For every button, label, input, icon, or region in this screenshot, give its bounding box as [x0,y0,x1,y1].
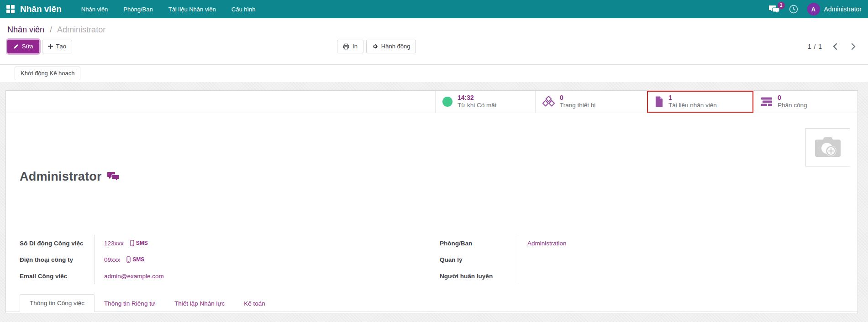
employee-photo-upload[interactable] [805,128,850,166]
messages-count-badge: 1 [778,2,785,9]
field-group-left: Số Di động Công việc 123xxx SMS Điện tho… [20,235,427,284]
field-label-work-mobile: Số Di động Công việc [20,235,95,251]
sms-link[interactable]: SMS [130,240,148,246]
pager-next-button[interactable] [847,41,860,52]
stat-button-equipment[interactable]: 0 Trang thiết bị [535,91,647,113]
field-label-work-phone: Điện thoại công ty [20,251,95,268]
presence-icon [442,97,452,107]
assignments-icon [761,97,773,107]
notebook-tabs: Thông tin Công việc Thông tin Riêng tư T… [6,294,857,312]
user-avatar: A [807,3,820,16]
cubes-icon [542,96,555,107]
breadcrumb-parent-link[interactable]: Nhân viên [7,25,44,34]
plus-icon [48,44,53,49]
field-group-right: Phòng/Ban Administration Quản lý Người h… [440,235,844,284]
print-button[interactable]: In [337,40,363,53]
pager: 1 / 1 [808,41,860,52]
messages-button[interactable]: 1 [769,5,780,14]
field-label-work-email: Email Công việc [20,268,95,284]
clock-icon [789,5,798,14]
mobile-phone-icon [126,256,131,263]
pencil-icon [13,44,19,49]
document-icon [655,96,663,107]
gear-icon [372,43,378,49]
form-sheet: 14:32 Từ khi Có mặt 0 Trang thiết bị [5,90,858,313]
create-button[interactable]: Tạo [42,40,72,53]
edit-button[interactable]: Sửa [7,40,39,53]
main-menu: Nhân viên Phòng/Ban Tài liệu Nhân viên C… [74,0,263,18]
stat-button-assignments[interactable]: 0 Phân công [753,91,857,113]
field-value-work-mobile: 123xxx SMS [95,235,427,251]
user-name: Administrator [824,5,862,13]
stat-button-attendance[interactable]: 14:32 Từ khi Có mặt [435,91,535,113]
tab-hr-settings[interactable]: Thiết lập Nhân lực [165,295,234,312]
stat-button-row: 14:32 Từ khi Có mặt 0 Trang thiết bị [6,91,857,113]
tab-accounting[interactable]: Kế toán [234,295,275,312]
breadcrumb-separator: / [50,25,52,34]
activities-button[interactable] [789,5,798,14]
breadcrumb: Nhân viên / Administrator [7,25,860,35]
field-label-coach: Người huấn luyện [440,268,518,284]
field-value-work-email: admin@example.com [95,268,427,284]
pager-value[interactable]: 1 / 1 [808,43,822,50]
employee-chat-icon[interactable] [107,172,120,182]
top-navbar: Nhân viên Nhân viên Phòng/Ban Tài liệu N… [0,0,868,18]
tab-work-information[interactable]: Thông tin Công việc [20,294,95,312]
menu-employees[interactable]: Nhân viên [74,0,116,18]
field-value-department: Administration [518,235,844,251]
pager-previous-button[interactable] [829,41,841,52]
action-button[interactable]: Hành động [366,40,416,53]
menu-departments[interactable]: Phòng/Ban [116,0,160,18]
breadcrumb-current: Administrator [57,25,105,34]
form-statusbar: Khởi động Kế hoạch [0,65,868,82]
app-title[interactable]: Nhân viên [20,4,62,14]
camera-plus-icon [814,136,842,159]
sms-link[interactable]: SMS [126,256,144,263]
field-value-manager [518,251,844,268]
tab-private-information[interactable]: Thông tin Riêng tư [95,295,165,312]
menu-configuration[interactable]: Cấu hình [224,0,263,18]
menu-employee-documents[interactable]: Tài liệu Nhân viên [161,0,224,18]
employee-name-title: Administrator [20,170,102,184]
printer-icon [343,43,349,50]
user-menu[interactable]: A Administrator [807,3,862,16]
mobile-phone-icon [130,240,134,246]
apps-menu-icon[interactable] [6,5,15,13]
stat-button-employee-documents[interactable]: 1 Tài liệu nhân viên [647,91,753,113]
launch-plan-button[interactable]: Khởi động Kế hoạch [15,67,80,80]
control-panel: Nhân viên / Administrator Sửa Tạo In [0,18,868,65]
field-value-work-phone: 09xxx SMS [95,251,427,268]
field-value-coach [518,268,844,284]
field-label-manager: Quản lý [440,251,518,268]
field-label-department: Phòng/Ban [440,235,518,251]
